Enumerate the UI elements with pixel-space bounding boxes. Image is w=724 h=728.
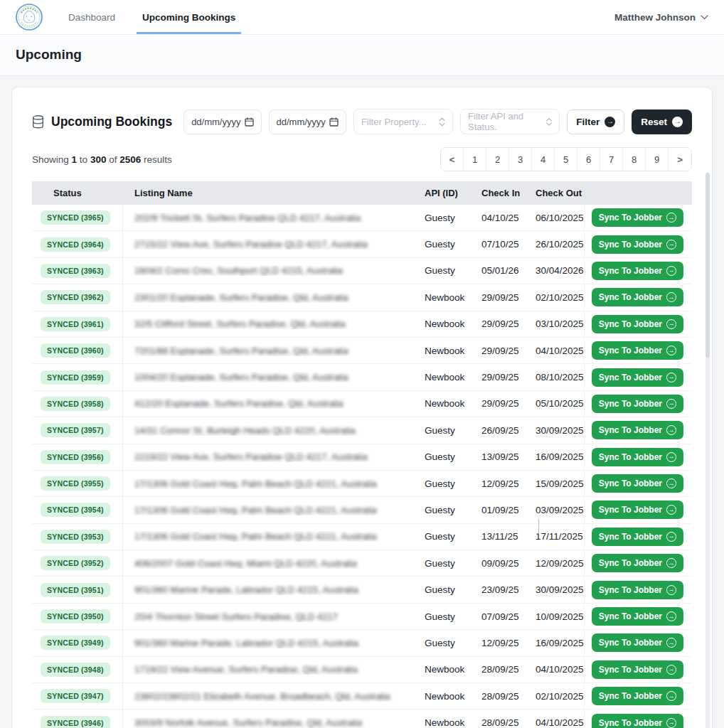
listing-name: 1719/22 View Avenue, Surfers Paradise, Q… <box>134 664 358 675</box>
pagination-page-4[interactable]: 4 <box>532 148 555 171</box>
status-badge: SYNCED (3946) <box>41 716 110 728</box>
user-name: Matthew Johnson <box>614 12 696 23</box>
sync-to-jobber-button[interactable]: Sync To Jobber → <box>592 395 683 413</box>
listing-name: 202/9 Trickett St, Surfers Paradise QLD … <box>134 213 361 223</box>
api-cell: Guesty <box>413 584 470 595</box>
results-row: Showing 1 to 300 of 2506 results <123456… <box>32 147 692 171</box>
user-menu[interactable]: Matthew Johnson <box>614 0 708 34</box>
property-filter-select[interactable]: Filter Property... <box>353 109 453 134</box>
table-row: SYNCED (3950) 20/4 Thornton Street Surfe… <box>32 604 692 630</box>
api-status-filter-select[interactable]: Filter API and Status. <box>460 109 560 134</box>
check-in-cell: 13/09/25 <box>470 451 524 462</box>
sync-to-jobber-button[interactable]: Sync To Jobber → <box>592 633 683 652</box>
card-title: Upcoming Bookings <box>51 114 172 129</box>
api-cell: Newbook <box>413 717 470 728</box>
table-body: SYNCED (3965) 202/9 Trickett St, Surfers… <box>32 205 692 728</box>
arrow-right-circle-icon: → <box>666 638 676 648</box>
check-out-cell: 16/09/2025 <box>524 451 584 462</box>
api-cell: Guesty <box>413 478 470 489</box>
sync-to-jobber-button[interactable]: Sync To Jobber → <box>592 474 683 493</box>
sync-to-jobber-button[interactable]: Sync To Jobber → <box>592 500 683 519</box>
sync-to-jobber-button[interactable]: Sync To Jobber → <box>592 581 683 599</box>
sync-to-jobber-button[interactable]: Sync To Jobber → <box>592 341 683 360</box>
listing-name: 3003/9 Norfolk Avenue, Surfers Paradise,… <box>134 717 362 728</box>
sync-to-jobber-button[interactable]: Sync To Jobber → <box>592 421 683 439</box>
check-out-cell: 05/10/2025 <box>524 398 584 409</box>
listing-name: 17/1306 Gold Coast Hwy, Palm Beach QLD 4… <box>134 505 377 515</box>
pagination: <123456789> <box>440 147 692 171</box>
table-header: Status Listing Name API (ID) Check In Ch… <box>32 181 692 205</box>
listing-name: 17/1306 Gold Coast Hwy, Palm Beach QLD 4… <box>134 478 377 489</box>
pagination-page-9[interactable]: 9 <box>646 148 669 171</box>
arrow-right-circle-icon: → <box>666 558 676 568</box>
filter-button[interactable]: Filter → <box>567 109 624 134</box>
reset-button-label: Reset <box>641 117 667 127</box>
sync-button-label: Sync To Jobber <box>599 266 662 276</box>
sync-to-jobber-button[interactable]: Sync To Jobber → <box>592 660 683 679</box>
check-out-cell: 30/04/2026 <box>524 265 584 276</box>
filter-button-label: Filter <box>576 117 600 127</box>
sync-to-jobber-button[interactable]: Sync To Jobber → <box>592 554 683 572</box>
pagination-page-8[interactable]: 8 <box>623 148 646 171</box>
arrow-right-circle-icon: → <box>666 346 676 355</box>
listing-name: 1004/20 Esplanade, Surfers Paradise, Qld… <box>134 372 348 382</box>
table-row: SYNCED (3948) 1719/22 View Avenue, Surfe… <box>32 657 692 683</box>
listing-name: 14/31 Connor St, Burleigh Heads QLD 4220… <box>134 425 356 436</box>
sync-button-label: Sync To Jobber <box>599 373 662 382</box>
sync-to-jobber-button[interactable]: Sync To Jobber → <box>592 235 683 254</box>
api-cell: Newbook <box>413 292 470 303</box>
check-in-cell: 01/09/25 <box>470 505 524 515</box>
date-from-input[interactable]: dd/mm/yyyy <box>183 109 261 134</box>
bookings-table: Status Listing Name API (ID) Check In Ch… <box>32 181 692 728</box>
sync-to-jobber-button[interactable]: Sync To Jobber → <box>592 528 683 546</box>
pagination-page-1[interactable]: 1 <box>464 148 486 171</box>
listing-name: 17/1306 Gold Coast Hwy, Palm Beach QLD 4… <box>134 531 377 542</box>
api-cell: Guesty <box>413 425 470 436</box>
pagination-prev[interactable]: < <box>441 148 464 171</box>
sync-to-jobber-button[interactable]: Sync To Jobber → <box>592 208 683 227</box>
sync-to-jobber-button[interactable]: Sync To Jobber → <box>592 262 683 280</box>
tab-dashboard[interactable]: Dashboard <box>63 0 121 34</box>
arrow-right-circle-icon: → <box>666 399 676 409</box>
sync-button-label: Sync To Jobber <box>599 319 662 329</box>
status-badge: SYNCED (3961) <box>41 317 110 331</box>
sync-to-jobber-button[interactable]: Sync To Jobber → <box>592 687 683 705</box>
status-badge: SYNCED (3948) <box>41 663 110 677</box>
check-out-cell: 16/09/2025 <box>524 638 584 648</box>
sync-button-label: Sync To Jobber <box>599 532 662 542</box>
sync-to-jobber-button[interactable]: Sync To Jobber → <box>592 448 683 466</box>
check-in-cell: 26/09/25 <box>470 425 524 436</box>
pagination-next[interactable]: > <box>669 148 691 171</box>
reset-button[interactable]: Reset → <box>632 109 692 134</box>
column-header-status: Status <box>32 188 123 198</box>
table-row: SYNCED (3949) 901/360 Marine Parade, Lab… <box>32 630 692 656</box>
check-in-cell: 07/10/25 <box>470 239 524 250</box>
arrow-right-circle-icon: → <box>666 373 676 382</box>
check-in-cell: 29/09/25 <box>470 372 524 382</box>
sync-to-jobber-button[interactable]: Sync To Jobber → <box>592 714 683 728</box>
pagination-page-7[interactable]: 7 <box>600 148 623 171</box>
api-cell: Guesty <box>413 239 470 250</box>
sync-to-jobber-button[interactable]: Sync To Jobber → <box>592 368 683 387</box>
table-row: SYNCED (3955) 17/1306 Gold Coast Hwy, Pa… <box>32 471 692 497</box>
pagination-page-5[interactable]: 5 <box>555 148 577 171</box>
sync-button-label: Sync To Jobber <box>599 292 662 302</box>
sync-to-jobber-button[interactable]: Sync To Jobber → <box>592 288 683 306</box>
upcoming-bookings-card: Upcoming Bookings dd/mm/yyyy dd/mm/yyyy … <box>11 87 713 728</box>
pagination-page-2[interactable]: 2 <box>486 148 509 171</box>
api-cell: Guesty <box>413 531 470 542</box>
scrollbar-thumb[interactable] <box>706 173 710 358</box>
wombat-logo[interactable] <box>16 0 43 34</box>
sync-to-jobber-button[interactable]: Sync To Jobber → <box>592 607 683 626</box>
pagination-page-6[interactable]: 6 <box>577 148 600 171</box>
status-badge: SYNCED (3950) <box>41 609 110 623</box>
table-row: SYNCED (3953) 17/1306 Gold Coast Hwy, Pa… <box>32 524 692 550</box>
check-out-cell: 15/09/2025 <box>524 478 584 489</box>
tab-upcoming-bookings[interactable]: Upcoming Bookings <box>137 0 241 34</box>
check-in-cell: 04/10/25 <box>470 213 524 223</box>
pagination-page-3[interactable]: 3 <box>509 148 532 171</box>
sync-to-jobber-button[interactable]: Sync To Jobber → <box>592 315 683 333</box>
status-badge: SYNCED (3954) <box>41 503 110 517</box>
date-to-input[interactable]: dd/mm/yyyy <box>269 109 346 134</box>
check-out-cell: 10/09/2025 <box>524 611 584 622</box>
